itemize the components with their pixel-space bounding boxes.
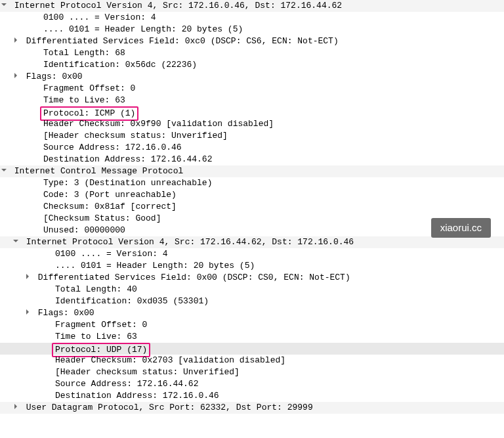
icmp-checksum-status[interactable]: [Checksum Status: Good] [0,213,504,225]
icmp-code[interactable]: Code: 3 (Port unreachable) [0,189,504,201]
tree-row-text: Total Length: 68 [43,48,125,58]
flags-1[interactable]: Flags: 0x00 [0,71,504,83]
source-address-2[interactable]: Source Address: 172.16.44.62 [0,378,504,390]
version-1[interactable]: 0100 .... = Version: 4 [0,12,504,24]
flags-2[interactable]: Flags: 0x00 [0,307,504,319]
destination-address-2[interactable]: Destination Address: 172.16.0.46 [0,390,504,402]
dsf-2[interactable]: Differentiated Services Field: 0x00 (DSC… [0,272,504,284]
udp-header[interactable]: User Datagram Protocol, Src Port: 62332,… [0,402,504,414]
tree-row-text: User Datagram Protocol, Src Port: 62332,… [26,403,313,412]
tree-row-text: Differentiated Services Field: 0xc0 (DSC… [26,36,339,46]
fragment-offset-2[interactable]: Fragment Offset: 0 [0,319,504,331]
chevron-right-icon[interactable] [24,273,32,280]
tree-row-text: Differentiated Services Field: 0x00 (DSC… [38,273,350,282]
tree-row-text: Code: 3 (Port unreachable) [43,190,177,200]
chevron-right-icon[interactable] [24,308,32,316]
chevron-right-icon[interactable] [12,36,20,44]
tree-row-text: Unused: 00000000 [43,225,125,235]
tree-row-text: Internet Control Message Protocol [14,166,183,176]
dsf-1[interactable]: Differentiated Services Field: 0xc0 (DSC… [0,35,504,47]
chevron-right-icon[interactable] [12,72,20,79]
tree-row-text: Internet Protocol Version 4, Src: 172.16… [14,1,342,11]
tree-row-text: Type: 3 (Destination unreachable) [43,178,212,188]
destination-address-1[interactable]: Destination Address: 172.16.44.62 [0,154,504,165]
tree-row-text: Identification: 0xd035 (53301) [55,296,209,306]
chevron-right-icon[interactable] [12,403,20,410]
total-length-1[interactable]: Total Length: 68 [0,47,504,59]
icmp-unused[interactable]: Unused: 00000000 [0,225,504,236]
tree-row-text: Total Length: 40 [55,284,137,294]
ttl-2[interactable]: Time to Live: 63 [0,331,504,343]
header-length-1[interactable]: .... 0101 = Header Length: 20 bytes (5) [0,24,504,35]
tree-row-text: Flags: 0x00 [26,72,83,81]
tree-row-text: Checksum: 0x81af [correct] [43,202,177,211]
tree-row-text: 0100 .... = Version: 4 [55,249,168,259]
header-length-2[interactable]: .... 0101 = Header Length: 20 bytes (5) [0,260,504,272]
tree-row-text: Internet Protocol Version 4, Src: 172.16… [26,237,354,247]
version-2[interactable]: 0100 .... = Version: 4 [0,248,504,260]
tree-row-text: Flags: 0x00 [38,308,94,318]
tree-row-text: Destination Address: 172.16.0.46 [55,391,219,401]
total-length-2[interactable]: Total Length: 40 [0,284,504,296]
fragment-offset-1[interactable]: Fragment Offset: 0 [0,83,504,95]
header-checksum-2[interactable]: Header Checksum: 0x2703 [validation disa… [0,355,504,366]
tree-row-text: 0100 .... = Version: 4 [43,12,156,22]
icmp-type[interactable]: Type: 3 (Destination unreachable) [0,177,504,189]
identification-2[interactable]: Identification: 0xd035 (53301) [0,296,504,307]
tree-row-text: Source Address: 172.16.44.62 [55,379,198,389]
header-checksum-1[interactable]: Header Checksum: 0x9f90 [validation disa… [0,118,504,130]
chevron-down-icon[interactable] [12,237,20,245]
header-checksum-status-2[interactable]: [Header checksum status: Unverified] [0,366,504,378]
protocol-icmp[interactable]: Protocol: ICMP (1) [0,106,504,118]
tree-row-text: Fragment Offset: 0 [43,83,135,93]
chevron-down-icon[interactable] [0,166,8,174]
header-checksum-status-1[interactable]: [Header checksum status: Unverified] [0,130,504,142]
icmp-header[interactable]: Internet Control Message Protocol [0,165,504,177]
tree-row-text: Identification: 0x56dc (22236) [43,60,197,70]
tree-row-text: Destination Address: 172.16.44.62 [43,154,212,164]
packet-detail-tree[interactable]: Internet Protocol Version 4, Src: 172.16… [0,0,504,414]
identification-1[interactable]: Identification: 0x56dc (22236) [0,59,504,71]
ipv4-header-1[interactable]: Internet Protocol Version 4, Src: 172.16… [0,0,504,12]
chevron-down-icon[interactable] [0,1,8,9]
tree-row-text: Time to Live: 63 [55,332,137,341]
source-address-1[interactable]: Source Address: 172.16.0.46 [0,142,504,154]
tree-row-text: .... 0101 = Header Length: 20 bytes (5) [55,261,255,271]
tree-row-text: [Header checksum status: Unverified] [55,367,240,377]
ipv4-header-2[interactable]: Internet Protocol Version 4, Src: 172.16… [0,236,504,248]
tree-row-text: Header Checksum: 0x9f90 [validation disa… [43,119,274,129]
tree-row-text: Source Address: 172.16.0.46 [43,142,182,152]
tree-row-text: [Header checksum status: Unverified] [43,131,228,141]
tree-row-text: Header Checksum: 0x2703 [validation disa… [55,355,285,365]
protocol-udp[interactable]: Protocol: UDP (17) [0,343,504,355]
tree-row-text: .... 0101 = Header Length: 20 bytes (5) [43,24,243,34]
tree-row-text: Time to Live: 63 [43,95,125,105]
tree-row-text: [Checksum Status: Good] [43,213,161,223]
tree-row-text: Fragment Offset: 0 [55,320,147,330]
watermark-badge: xiaorui.cc [431,218,491,238]
icmp-checksum[interactable]: Checksum: 0x81af [correct] [0,201,504,213]
ttl-1[interactable]: Time to Live: 63 [0,95,504,106]
